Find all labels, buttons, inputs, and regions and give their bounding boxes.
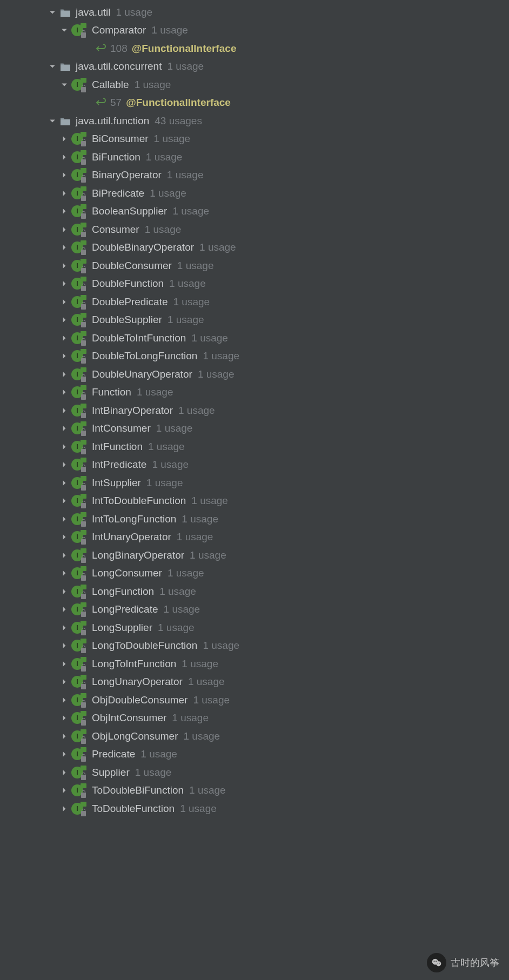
tree-row[interactable]: 108@FunctionalInterface	[0, 39, 509, 58]
tree-row[interactable]: ILongConsumer1 usage	[0, 565, 509, 583]
expand-arrow-icon[interactable]	[61, 316, 68, 324]
tree-row[interactable]: IObjLongConsumer1 usage	[0, 727, 509, 746]
usage-count: 1 usage	[183, 730, 220, 742]
tree-row[interactable]: IDoubleBinaryOperator1 usage	[0, 239, 509, 257]
expand-arrow-icon[interactable]	[61, 624, 68, 632]
tree-row[interactable]: IConsumer1 usage	[0, 220, 509, 239]
tree-row[interactable]: ILongSupplier1 usage	[0, 619, 509, 637]
tree-row[interactable]: IDoubleToLongFunction1 usage	[0, 347, 509, 366]
tree-row[interactable]: IBooleanSupplier1 usage	[0, 203, 509, 221]
expand-arrow-icon[interactable]	[61, 769, 68, 776]
expand-arrow-icon[interactable]	[61, 552, 68, 559]
expand-arrow-icon[interactable]	[61, 280, 68, 287]
tree-row[interactable]: IIntToLongFunction1 usage	[0, 510, 509, 528]
tree-row[interactable]: IComparator1 usage	[0, 22, 509, 40]
expand-arrow-icon[interactable]	[61, 479, 68, 487]
expand-arrow-icon[interactable]	[61, 388, 68, 396]
tree-row[interactable]: 57@FunctionalInterface	[0, 94, 509, 112]
expand-arrow-icon[interactable]	[61, 425, 68, 432]
expand-arrow-icon[interactable]	[61, 371, 68, 378]
tree-row[interactable]: ILongUnaryOperator1 usage	[0, 673, 509, 692]
expand-arrow-icon[interactable]	[61, 334, 68, 342]
class-label: Function	[92, 386, 131, 398]
tree-row[interactable]: IToDoubleFunction1 usage	[0, 800, 509, 818]
tree-row[interactable]: IDoublePredicate1 usage	[0, 293, 509, 311]
tree-row[interactable]: ILongFunction1 usage	[0, 582, 509, 601]
tree-row[interactable]: IObjIntConsumer1 usage	[0, 709, 509, 728]
expand-arrow-icon[interactable]	[61, 497, 68, 505]
tree-row[interactable]: IIntUnaryOperator1 usage	[0, 528, 509, 547]
usage-tree[interactable]: java.util1 usageIComparator1 usage108@Fu…	[0, 0, 509, 818]
expand-arrow-icon[interactable]	[61, 407, 68, 414]
tree-row[interactable]: IDoubleConsumer1 usage	[0, 257, 509, 275]
expand-arrow-icon[interactable]	[61, 696, 68, 704]
expand-arrow-icon[interactable]	[61, 569, 68, 577]
tree-row[interactable]: IBiConsumer1 usage	[0, 130, 509, 149]
tree-row[interactable]: IIntToDoubleFunction1 usage	[0, 492, 509, 511]
tree-row[interactable]: ILongToDoubleFunction1 usage	[0, 637, 509, 655]
expand-arrow-icon[interactable]	[61, 461, 68, 468]
usage-count: 1 usage	[172, 205, 209, 217]
interface-icon: I	[71, 386, 88, 399]
usage-count: 1 usage	[168, 314, 204, 326]
tree-row[interactable]: IBiPredicate1 usage	[0, 184, 509, 203]
expand-arrow-icon[interactable]	[61, 226, 68, 233]
interface-icon: I	[71, 802, 88, 815]
usage-count: 1 usage	[152, 459, 189, 471]
tree-row[interactable]: IBinaryOperator1 usage	[0, 166, 509, 185]
tree-row[interactable]: IIntFunction1 usage	[0, 438, 509, 456]
tree-row[interactable]: ILongBinaryOperator1 usage	[0, 546, 509, 565]
tree-row[interactable]: IFunction1 usage	[0, 384, 509, 402]
tree-row[interactable]: ISupplier1 usage	[0, 763, 509, 782]
tree-row[interactable]: ILongPredicate1 usage	[0, 601, 509, 619]
usage-count: 1 usage	[146, 151, 183, 163]
tree-row[interactable]: IBiFunction1 usage	[0, 148, 509, 166]
expand-arrow-icon[interactable]	[61, 733, 68, 740]
tree-row[interactable]: IToDoubleBiFunction1 usage	[0, 782, 509, 800]
class-label: ToDoubleBiFunction	[92, 784, 184, 796]
expand-arrow-icon[interactable]	[61, 660, 68, 668]
usage-count: 1 usage	[177, 260, 214, 272]
expand-arrow-icon[interactable]	[61, 207, 68, 215]
tree-row[interactable]: IIntSupplier1 usage	[0, 474, 509, 492]
tree-row[interactable]: java.util.function43 usages	[0, 112, 509, 130]
expand-arrow-icon[interactable]	[49, 9, 56, 16]
expand-arrow-icon[interactable]	[61, 443, 68, 451]
expand-arrow-icon[interactable]	[61, 805, 68, 813]
tree-row[interactable]: IDoubleSupplier1 usage	[0, 311, 509, 330]
expand-arrow-icon[interactable]	[49, 63, 56, 70]
expand-arrow-icon[interactable]	[61, 135, 68, 143]
expand-arrow-icon[interactable]	[61, 298, 68, 306]
usage-count: 1 usage	[191, 495, 228, 507]
tree-row[interactable]: java.util1 usage	[0, 3, 509, 22]
expand-arrow-icon[interactable]	[61, 262, 68, 270]
expand-arrow-icon[interactable]	[61, 606, 68, 613]
expand-arrow-icon[interactable]	[61, 515, 68, 523]
expand-arrow-icon[interactable]	[61, 588, 68, 595]
tree-row[interactable]: ICallable1 usage	[0, 76, 509, 94]
tree-row[interactable]: IIntPredicate1 usage	[0, 456, 509, 474]
tree-row[interactable]: IDoubleToIntFunction1 usage	[0, 329, 509, 347]
expand-arrow-icon[interactable]	[61, 750, 68, 758]
expand-arrow-icon[interactable]	[61, 153, 68, 161]
tree-row[interactable]: IIntBinaryOperator1 usage	[0, 401, 509, 420]
tree-row[interactable]: IObjDoubleConsumer1 usage	[0, 691, 509, 709]
expand-arrow-icon[interactable]	[61, 171, 68, 179]
expand-arrow-icon[interactable]	[61, 81, 68, 89]
expand-arrow-icon[interactable]	[61, 714, 68, 722]
tree-row[interactable]: IDoubleFunction1 usage	[0, 275, 509, 293]
expand-arrow-icon[interactable]	[61, 787, 68, 794]
expand-arrow-icon[interactable]	[61, 642, 68, 649]
expand-arrow-icon[interactable]	[61, 190, 68, 197]
expand-arrow-icon[interactable]	[61, 26, 68, 34]
tree-row[interactable]: IPredicate1 usage	[0, 746, 509, 764]
expand-arrow-icon[interactable]	[61, 244, 68, 251]
expand-arrow-icon[interactable]	[61, 678, 68, 686]
expand-arrow-icon[interactable]	[61, 533, 68, 541]
tree-row[interactable]: ILongToIntFunction1 usage	[0, 655, 509, 673]
tree-row[interactable]: IIntConsumer1 usage	[0, 420, 509, 438]
tree-row[interactable]: java.util.concurrent1 usage	[0, 58, 509, 76]
expand-arrow-icon[interactable]	[49, 117, 56, 125]
expand-arrow-icon[interactable]	[61, 352, 68, 360]
tree-row[interactable]: IDoubleUnaryOperator1 usage	[0, 365, 509, 384]
